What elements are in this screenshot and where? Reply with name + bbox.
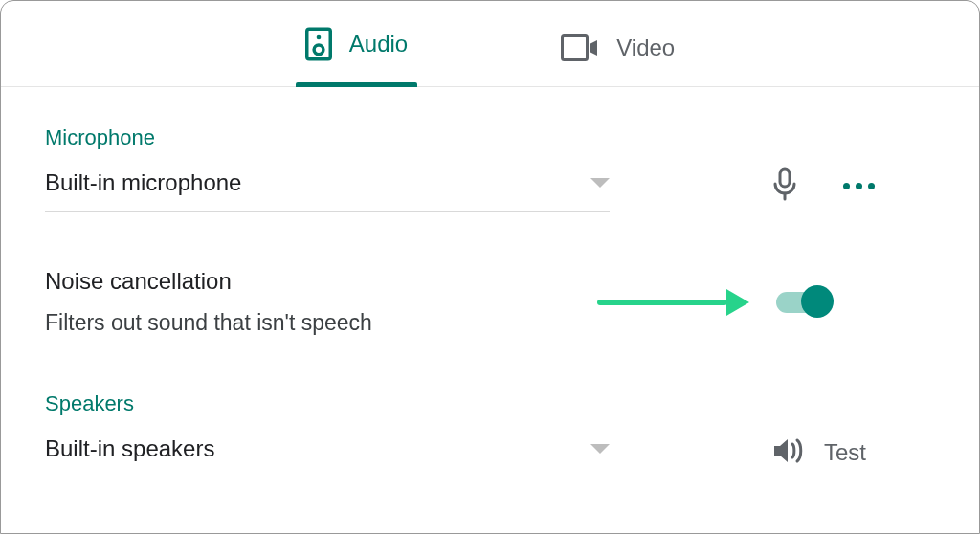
microphone-select[interactable]: Built-in microphone bbox=[45, 160, 610, 212]
tab-audio[interactable]: Audio bbox=[296, 2, 417, 86]
tab-video[interactable]: Video bbox=[551, 10, 684, 86]
microphone-value: Built-in microphone bbox=[45, 169, 241, 196]
tabs-bar: Audio Video bbox=[1, 1, 979, 87]
speaker-box-icon bbox=[305, 27, 332, 61]
chevron-down-icon bbox=[590, 444, 610, 454]
noise-cancellation-toggle[interactable] bbox=[776, 292, 830, 313]
speakers-value: Built-in speakers bbox=[45, 435, 214, 462]
settings-dialog: Audio Video Microphone Built-in micropho… bbox=[0, 0, 980, 534]
speakers-select[interactable]: Built-in speakers bbox=[45, 426, 610, 478]
video-camera-icon bbox=[561, 34, 599, 61]
annotation-arrow bbox=[597, 289, 749, 316]
svg-point-1 bbox=[316, 35, 321, 40]
microphone-label: Microphone bbox=[45, 125, 935, 150]
test-speakers-button[interactable]: Test bbox=[824, 439, 866, 466]
audio-settings-panel: Microphone Built-in microphone bbox=[1, 87, 979, 533]
svg-rect-4 bbox=[780, 169, 790, 187]
svg-point-2 bbox=[314, 45, 323, 55]
noise-cancellation-title: Noise cancellation bbox=[45, 268, 372, 295]
microphone-icon[interactable] bbox=[772, 167, 797, 206]
noise-cancellation-section: Noise cancellation Filters out sound tha… bbox=[45, 268, 935, 336]
speakers-section: Speakers Built-in speakers Test bbox=[45, 391, 935, 478]
chevron-down-icon bbox=[590, 178, 610, 188]
tab-video-label: Video bbox=[616, 34, 675, 61]
tab-audio-label: Audio bbox=[349, 31, 408, 57]
svg-rect-3 bbox=[563, 36, 588, 60]
toggle-knob bbox=[801, 285, 834, 318]
speakers-label: Speakers bbox=[45, 391, 935, 416]
more-options-icon[interactable] bbox=[843, 183, 875, 189]
microphone-section: Microphone Built-in microphone bbox=[45, 125, 935, 212]
volume-icon bbox=[772, 436, 805, 469]
noise-cancellation-description: Filters out sound that isn't speech bbox=[45, 310, 372, 336]
